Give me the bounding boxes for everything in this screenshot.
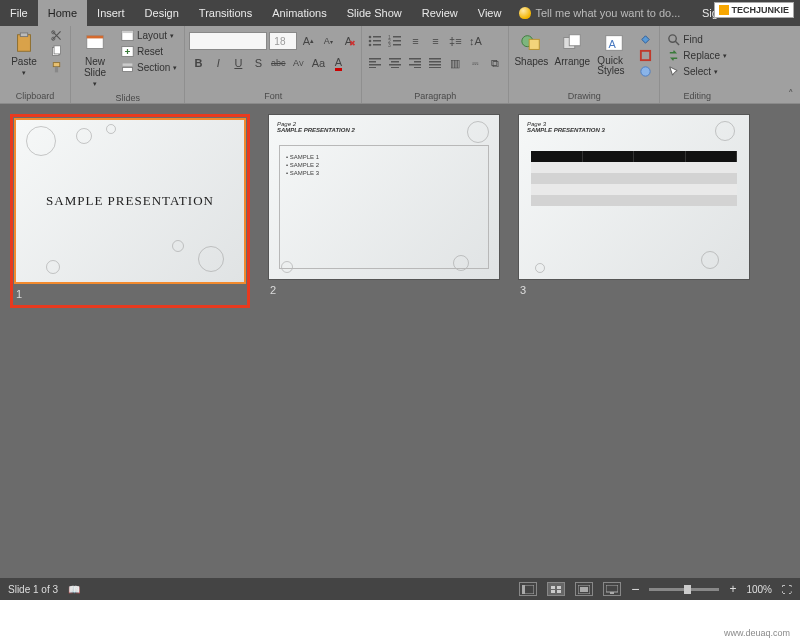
- format-painter-button[interactable]: [47, 60, 66, 75]
- svg-rect-41: [429, 64, 441, 66]
- shape-outline-button[interactable]: [636, 48, 655, 63]
- shape-effects-button[interactable]: [636, 64, 655, 79]
- spellcheck-icon[interactable]: 📖: [68, 584, 80, 595]
- bullets-icon: [368, 35, 382, 47]
- bold-button[interactable]: B: [189, 54, 207, 72]
- svg-rect-31: [389, 58, 401, 60]
- tab-transitions[interactable]: Transitions: [189, 0, 262, 26]
- svg-point-51: [669, 35, 676, 42]
- shadow-button[interactable]: S: [249, 54, 267, 72]
- arrange-icon: [561, 32, 583, 54]
- clear-formatting-button[interactable]: A✖: [339, 32, 357, 50]
- outline-icon: [639, 49, 652, 62]
- reading-view-button[interactable]: [575, 582, 593, 596]
- font-name-select[interactable]: [189, 32, 267, 50]
- svg-rect-32: [391, 61, 399, 63]
- svg-rect-46: [570, 35, 581, 46]
- quick-styles-icon: A: [603, 32, 625, 54]
- justify-button[interactable]: [426, 54, 444, 72]
- paste-button[interactable]: Paste ▾: [4, 28, 44, 81]
- tab-design[interactable]: Design: [135, 0, 189, 26]
- slide-thumbnail-1[interactable]: SAMPLE PRESENTATION 1: [10, 114, 250, 308]
- cut-button[interactable]: [47, 28, 66, 43]
- svg-rect-14: [123, 68, 133, 72]
- collapse-ribbon-button[interactable]: ˄: [788, 88, 794, 101]
- tab-home[interactable]: Home: [38, 0, 87, 26]
- search-icon: [667, 33, 680, 46]
- replace-button[interactable]: Replace▾: [664, 48, 730, 63]
- tab-animations[interactable]: Animations: [262, 0, 336, 26]
- replace-icon: [667, 49, 680, 62]
- fit-to-window-button[interactable]: ⛶: [782, 584, 792, 595]
- line-spacing-button[interactable]: ‡≡: [446, 32, 464, 50]
- change-case-button[interactable]: Aa: [309, 54, 327, 72]
- section-button[interactable]: Section▾: [118, 60, 180, 75]
- numbering-button[interactable]: 123: [386, 32, 404, 50]
- arrange-button[interactable]: Arrange: [552, 28, 592, 71]
- increase-font-button[interactable]: A▴: [299, 32, 317, 50]
- char-spacing-button[interactable]: AV: [289, 54, 307, 72]
- normal-view-button[interactable]: [519, 582, 537, 596]
- align-right-button[interactable]: [406, 54, 424, 72]
- layout-button[interactable]: Layout▾: [118, 28, 180, 43]
- tab-file[interactable]: File: [0, 0, 38, 26]
- decrease-font-button[interactable]: A▾: [319, 32, 337, 50]
- zoom-out-button[interactable]: −: [631, 581, 639, 597]
- slide-thumbnail-2[interactable]: Page 2 SAMPLE PRESENTATION 2 • SAMPLE 1 …: [268, 114, 500, 300]
- select-button[interactable]: Select▾: [664, 64, 730, 79]
- align-left-button[interactable]: [366, 54, 384, 72]
- watermark-text: www.deuaq.com: [724, 628, 790, 638]
- underline-button[interactable]: U: [229, 54, 247, 72]
- sorter-view-button[interactable]: [547, 582, 565, 596]
- quick-styles-button[interactable]: A Quick Styles: [595, 28, 633, 80]
- svg-rect-44: [530, 39, 540, 49]
- new-slide-button[interactable]: New Slide ▾: [75, 28, 115, 92]
- tab-slideshow[interactable]: Slide Show: [337, 0, 412, 26]
- svg-text:A: A: [609, 38, 617, 50]
- zoom-in-button[interactable]: +: [729, 582, 736, 596]
- svg-rect-57: [557, 590, 561, 593]
- group-clipboard: Paste ▾ Clipboard: [0, 26, 71, 103]
- svg-rect-5: [54, 46, 61, 54]
- svg-rect-34: [391, 67, 399, 68]
- group-label: Paragraph: [366, 90, 504, 103]
- svg-point-15: [369, 36, 372, 39]
- slideshow-view-button[interactable]: [603, 582, 621, 596]
- slide-thumbnail-3[interactable]: Page 3 SAMPLE PRESENTATION 3 3: [518, 114, 750, 300]
- group-label: Editing: [664, 90, 730, 103]
- tab-insert[interactable]: Insert: [87, 0, 135, 26]
- svg-rect-18: [373, 40, 381, 42]
- slide-counter: Slide 1 of 3: [8, 584, 58, 595]
- zoom-slider[interactable]: [649, 588, 719, 591]
- chevron-down-icon: ▾: [93, 80, 97, 88]
- columns-button[interactable]: ▥: [446, 54, 464, 72]
- slide-sorter-view[interactable]: SAMPLE PRESENTATION 1 Page 2 SAMPLE PRES…: [0, 104, 800, 578]
- copy-button[interactable]: [47, 44, 66, 59]
- tab-review[interactable]: Review: [412, 0, 468, 26]
- italic-button[interactable]: I: [209, 54, 227, 72]
- svg-rect-56: [551, 590, 555, 593]
- strikethrough-button[interactable]: abc: [269, 54, 287, 72]
- reset-button[interactable]: Reset: [118, 44, 180, 59]
- increase-indent-button[interactable]: ≡: [426, 32, 444, 50]
- align-text-button[interactable]: ⎓: [466, 54, 484, 72]
- align-center-button[interactable]: [386, 54, 404, 72]
- svg-rect-13: [123, 63, 133, 65]
- font-size-select[interactable]: 18: [269, 32, 297, 50]
- reset-icon: [121, 45, 134, 58]
- find-button[interactable]: Find: [664, 32, 730, 47]
- shapes-button[interactable]: Shapes: [513, 28, 549, 71]
- new-slide-icon: [84, 32, 106, 54]
- smartart-button[interactable]: ⧉: [486, 54, 504, 72]
- svg-rect-53: [522, 585, 525, 594]
- font-color-button[interactable]: A: [329, 54, 347, 72]
- bullets-button[interactable]: [366, 32, 384, 50]
- numbering-icon: 123: [388, 35, 402, 47]
- tab-view[interactable]: View: [468, 0, 512, 26]
- shape-fill-button[interactable]: [636, 32, 655, 47]
- decrease-indent-button[interactable]: ≡: [406, 32, 424, 50]
- zoom-value[interactable]: 100%: [746, 584, 772, 595]
- svg-rect-38: [414, 67, 421, 68]
- text-direction-button[interactable]: ↕A: [466, 32, 484, 50]
- tell-me-search[interactable]: Tell me what you want to do...: [511, 0, 692, 26]
